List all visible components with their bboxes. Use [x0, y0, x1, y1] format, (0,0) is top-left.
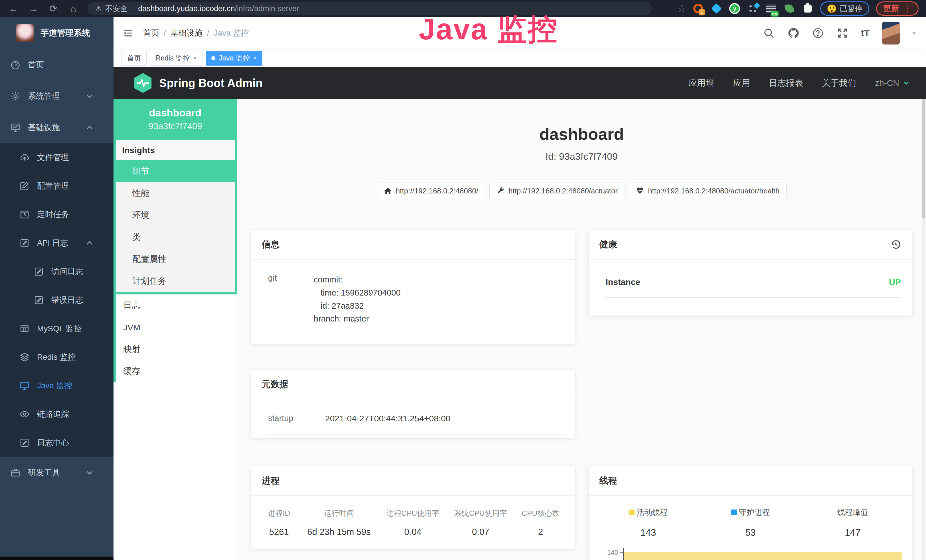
health-card: 健康 Instance UP	[589, 230, 912, 316]
tab-home[interactable]: 首页	[121, 51, 147, 66]
sidebar-item-api-logs[interactable]: API 日志	[0, 229, 113, 257]
spring-boot-admin-logo-icon[interactable]	[133, 73, 152, 94]
sba-item-scheduled-tasks[interactable]: 计划任务	[116, 270, 235, 292]
sidebar-item-scheduled-tasks[interactable]: 定时任务	[0, 200, 113, 229]
font-size-icon[interactable]: tT	[861, 28, 870, 38]
breadcrumb-home[interactable]: 首页	[143, 28, 159, 38]
sidebar-item-access-logs[interactable]: 访问日志	[0, 257, 113, 286]
extension-y-icon[interactable]: y	[729, 3, 740, 14]
sidebar-item-mysql-monitor[interactable]: MySQL 监控	[0, 314, 113, 343]
tab-redis-monitor[interactable]: Redis 监控×	[150, 51, 203, 66]
annotation-overlay-text: Java 监控	[419, 10, 558, 50]
health-card-title: 健康	[599, 239, 617, 250]
insights-section-label: Insights	[116, 140, 235, 160]
admin-sidebar: 芋道管理系统 首页 系统管理 基础设施 文件管理	[0, 17, 113, 560]
instance-links-row: http://192.168.0.2:48080/ http://192.168…	[251, 183, 912, 199]
service-url-button[interactable]: http://192.168.0.2:48080/	[377, 183, 486, 199]
reload-icon[interactable]: ⟳	[47, 2, 60, 15]
bookmark-star-icon[interactable]: ☆	[677, 3, 685, 14]
sba-item-details[interactable]: 细节	[113, 160, 237, 182]
sidebar-item-log-center[interactable]: 日志中心	[0, 428, 113, 457]
extension-leaf-icon[interactable]	[784, 3, 795, 14]
sidebar-item-infrastructure[interactable]: 基础设施	[0, 112, 113, 143]
sidebar-item-redis-monitor[interactable]: Redis 监控	[0, 343, 113, 371]
app-logo-row[interactable]: 芋道管理系统	[0, 17, 113, 49]
instance-name: dashboard	[149, 107, 201, 119]
info-card: 信息 git commit: time: 1596289704000 id: 2…	[251, 230, 575, 344]
sidebar-item-config-management[interactable]: 配置管理	[0, 172, 113, 200]
sba-nav-applications-wall[interactable]: 应用墙	[688, 77, 714, 89]
sba-nav-journal[interactable]: 日志报表	[769, 77, 803, 89]
sba-language-select[interactable]: zh-CN	[875, 78, 910, 88]
profile-paused-badge[interactable]: 😲 已暂停	[820, 2, 869, 16]
fullscreen-icon[interactable]	[837, 27, 849, 39]
browser-extensions-cluster: ☆ 1 y on 😲 已暂停 更新 ⋮	[677, 2, 926, 16]
process-uptime: 6d 23h 15m 59s	[299, 527, 379, 537]
sba-item-config-props[interactable]: 配置属性	[116, 248, 235, 270]
health-instance-row[interactable]: Instance UP	[606, 277, 901, 298]
sba-item-mappings[interactable]: 映射	[116, 338, 237, 360]
user-menu-caret-icon[interactable]: ▾	[912, 29, 916, 37]
briefcase-icon	[10, 468, 21, 478]
sba-item-metrics[interactable]: 性能	[116, 182, 235, 204]
divider	[133, 5, 133, 12]
sba-item-caches[interactable]: 缓存	[116, 360, 237, 382]
sba-nav-applications[interactable]: 应用	[733, 77, 750, 89]
close-icon[interactable]: ×	[194, 54, 197, 62]
sba-insights-section: Insights 细节 性能 环境 类 配置属性 计划任务	[113, 140, 237, 294]
github-icon[interactable]	[787, 27, 799, 39]
health-url-button[interactable]: http://192.168.0.2:48080/actuator/health	[629, 183, 787, 199]
extension-orange-icon[interactable]: 1	[692, 3, 704, 14]
gear-icon	[10, 91, 21, 101]
home-icon[interactable]: ⌂	[67, 2, 80, 15]
browser-menu-icon[interactable]: ⋮	[904, 4, 911, 13]
back-icon[interactable]: ←	[7, 2, 20, 15]
chevron-down-icon	[903, 79, 910, 87]
daemon-threads-legend-swatch	[731, 510, 737, 515]
sba-item-logs[interactable]: 日志	[116, 294, 237, 316]
extension-list-on-icon[interactable]: on	[766, 3, 777, 14]
actuator-url-button[interactable]: http://192.168.0.2:48080/actuator	[489, 183, 625, 199]
layers-icon	[20, 352, 30, 362]
search-icon[interactable]	[763, 27, 775, 39]
sidebar-collapse-icon[interactable]	[122, 28, 134, 38]
user-avatar[interactable]	[882, 22, 900, 44]
close-icon[interactable]: ×	[254, 54, 257, 62]
sidebar-item-dev-tools[interactable]: 研发工具	[0, 457, 113, 488]
heartbeat-icon	[636, 187, 644, 195]
help-icon[interactable]	[812, 27, 824, 39]
extension-puzzle-icon[interactable]	[802, 3, 813, 14]
sba-nav-about[interactable]: 关于我们	[822, 77, 856, 89]
sidebar-item-java-monitor[interactable]: Java 监控	[0, 371, 113, 400]
scrollbar[interactable]	[922, 99, 925, 560]
sidebar-item-trace[interactable]: 链路追踪	[0, 400, 113, 428]
live-threads-label: 活动线程	[637, 507, 667, 518]
sidebar-item-system-management[interactable]: 系统管理	[0, 80, 113, 112]
health-instance-label: Instance	[606, 277, 640, 287]
sidebar-item-error-logs[interactable]: 错误日志	[0, 286, 113, 314]
history-icon[interactable]	[890, 239, 902, 250]
sba-item-environment[interactable]: 环境	[116, 204, 235, 226]
info-card-title: 信息	[262, 239, 280, 250]
process-table: 进程ID 运行时间 进程CPU使用率 系统CPU使用率 CPU核心数 5261 …	[259, 509, 567, 537]
monitor-icon	[10, 123, 21, 133]
sidebar-item-home[interactable]: 首页	[0, 49, 113, 80]
info-git-row: git commit: time: 1596289704000 id: 27aa…	[268, 273, 563, 334]
sba-item-classes[interactable]: 类	[116, 226, 235, 248]
address-bar[interactable]: ⚠ 不安全 dashboard.yudao.iocoder.cn/infra/a…	[87, 2, 652, 15]
browser-update-button[interactable]: 更新 ⋮	[876, 2, 918, 16]
threads-chart: 140 120 100	[597, 548, 904, 560]
sba-item-jvm[interactable]: JVM	[116, 316, 237, 338]
forward-icon[interactable]: →	[27, 2, 40, 15]
extension-gem-icon[interactable]	[711, 3, 722, 14]
tab-java-monitor[interactable]: Java 监控×	[206, 51, 263, 66]
extension-tabs-grid-icon[interactable]	[747, 3, 759, 14]
breadcrumb-infrastructure[interactable]: 基础设施	[171, 28, 203, 38]
sba-brand-title[interactable]: Spring Boot Admin	[159, 77, 263, 89]
wrench-icon	[496, 187, 504, 195]
edit-square-icon	[34, 295, 44, 305]
instance-id: 93a3fc7f7409	[148, 121, 202, 132]
sba-instance-header[interactable]: dashboard 93a3fc7f7409	[113, 99, 237, 140]
sidebar-item-file-management[interactable]: 文件管理	[0, 143, 113, 172]
active-tab-dot	[211, 56, 215, 60]
